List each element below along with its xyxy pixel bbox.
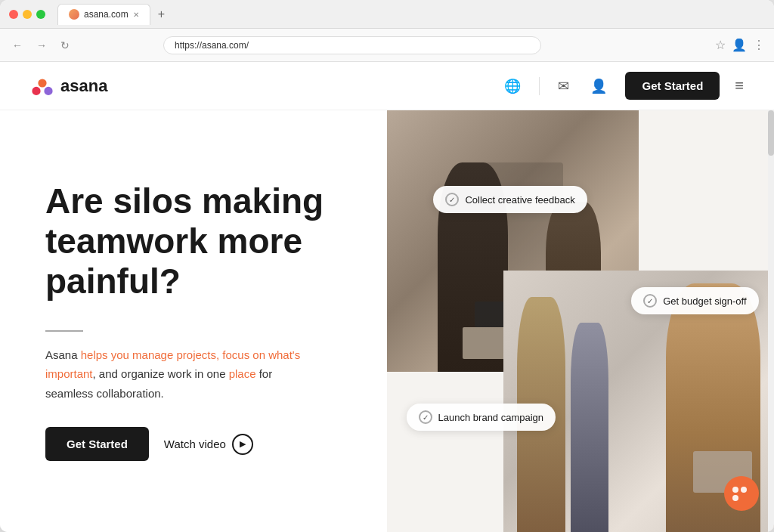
hero-images: ✓ Collect creative feedback ✓ Get budget… bbox=[387, 110, 774, 532]
refresh-button[interactable]: ↻ bbox=[57, 36, 73, 54]
dot-1 bbox=[732, 487, 738, 493]
asana-dots bbox=[732, 487, 751, 500]
globe-icon: 🌐 bbox=[504, 79, 521, 94]
mail-icon: ✉ bbox=[558, 79, 569, 94]
active-tab[interactable]: asana.com ✕ bbox=[57, 4, 150, 25]
profile-icon[interactable]: 👤 bbox=[732, 38, 747, 52]
task-check-launch: ✓ bbox=[419, 410, 432, 424]
nav-get-started-button[interactable]: Get Started bbox=[625, 72, 720, 100]
hero-heading: Are silos making teamwork more painful? bbox=[45, 181, 357, 302]
hero-subtext-mid: , and organize work in one bbox=[93, 367, 229, 380]
close-button[interactable] bbox=[9, 10, 18, 19]
task-label-collect: Collect creative feedback bbox=[465, 194, 574, 206]
tab-bar: asana.com ✕ + bbox=[57, 4, 169, 25]
tab-favicon bbox=[69, 9, 79, 20]
hero-subtext: Asana helps you manage projects, focus o… bbox=[45, 345, 317, 404]
nav-right: 🌐 ✉ 👤 Get Started ≡ bbox=[501, 72, 744, 100]
tab-close-button[interactable]: ✕ bbox=[133, 11, 139, 19]
figure-person-4 bbox=[571, 323, 608, 532]
globe-button[interactable]: 🌐 bbox=[501, 75, 524, 97]
user-button[interactable]: 👤 bbox=[587, 75, 610, 97]
browser-window: asana.com ✕ + ← → ↻ ☆ 👤 ⋮ bbox=[0, 0, 774, 532]
address-actions: ☆ 👤 ⋮ bbox=[715, 38, 765, 52]
task-label-launch: Launch brand campaign bbox=[438, 412, 544, 423]
site-nav: asana 🌐 ✉ 👤 Get Started ≡ bbox=[0, 62, 774, 110]
hero-divider bbox=[45, 330, 83, 332]
bookmark-icon[interactable]: ☆ bbox=[715, 38, 726, 52]
tab-label: asana.com bbox=[84, 9, 128, 20]
scrollbar-track[interactable] bbox=[768, 110, 774, 532]
asana-logo-icon bbox=[30, 74, 54, 98]
hero-subtext-plain: Asana bbox=[45, 348, 81, 361]
task-check-budget: ✓ bbox=[643, 294, 657, 308]
back-button[interactable]: ← bbox=[9, 36, 26, 54]
mail-button[interactable]: ✉ bbox=[555, 75, 572, 97]
task-badge-collect: ✓ Collect creative feedback bbox=[433, 186, 587, 213]
user-icon: 👤 bbox=[590, 79, 607, 94]
asana-corner-logo bbox=[724, 476, 759, 511]
hero-actions: Get Started Watch video ▶ bbox=[45, 427, 357, 461]
menu-icon[interactable]: ⋮ bbox=[753, 38, 765, 52]
new-tab-button[interactable]: + bbox=[153, 6, 169, 23]
task-label-budget: Get budget sign-off bbox=[663, 295, 746, 307]
address-bar: ← → ↻ ☆ 👤 ⋮ bbox=[0, 29, 774, 62]
traffic-lights bbox=[9, 10, 45, 19]
scrollbar-thumb[interactable] bbox=[768, 110, 774, 156]
minimize-button[interactable] bbox=[23, 10, 32, 19]
hero-get-started-button[interactable]: Get Started bbox=[45, 427, 149, 461]
hamburger-icon: ≡ bbox=[735, 77, 744, 94]
address-input[interactable] bbox=[163, 36, 541, 54]
hero-left: Are silos making teamwork more painful? … bbox=[0, 110, 387, 532]
svg-point-2 bbox=[44, 86, 52, 94]
task-badge-budget: ✓ Get budget sign-off bbox=[631, 287, 758, 314]
svg-point-0 bbox=[38, 79, 46, 87]
hero-section: Are silos making teamwork more painful? … bbox=[0, 110, 774, 532]
watch-video-button[interactable]: Watch video ▶ bbox=[164, 434, 253, 455]
dot-3 bbox=[732, 495, 738, 501]
play-icon: ▶ bbox=[232, 434, 253, 455]
svg-point-1 bbox=[32, 86, 40, 94]
logo: asana bbox=[30, 74, 107, 98]
hero-right: ✓ Collect creative feedback ✓ Get budget… bbox=[387, 110, 774, 532]
task-badge-launch: ✓ Launch brand campaign bbox=[407, 404, 556, 431]
page-content: asana 🌐 ✉ 👤 Get Started ≡ bbox=[0, 62, 774, 532]
forward-button[interactable]: → bbox=[33, 36, 50, 54]
dot-2 bbox=[741, 487, 747, 493]
hero-subtext-link2[interactable]: place bbox=[229, 367, 256, 380]
title-bar: asana.com ✕ + bbox=[0, 0, 774, 29]
task-check-collect: ✓ bbox=[445, 193, 459, 206]
nav-divider bbox=[539, 77, 540, 95]
hamburger-button[interactable]: ≡ bbox=[735, 77, 744, 94]
watch-video-label: Watch video bbox=[164, 438, 226, 450]
maximize-button[interactable] bbox=[36, 10, 45, 19]
logo-text: asana bbox=[60, 76, 107, 96]
